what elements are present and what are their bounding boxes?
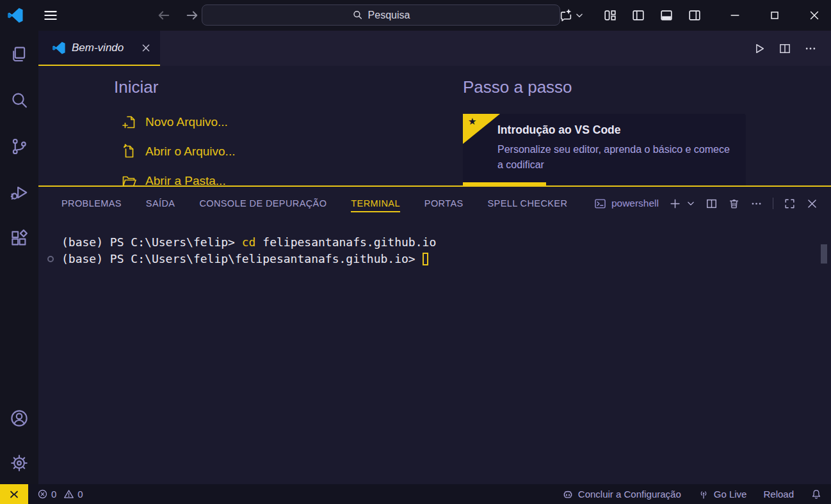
- problems-status[interactable]: 0 0: [37, 489, 83, 500]
- kill-terminal-icon[interactable]: [728, 198, 740, 210]
- customize-layout-icon: [603, 8, 617, 22]
- tab-problems[interactable]: PROBLEMAS: [61, 194, 122, 212]
- close-window-button[interactable]: [808, 9, 821, 22]
- panel-tabs: PROBLEMAS SAÍDA CONSOLE DE DEPURAÇÃO TER…: [61, 194, 567, 212]
- walkthrough-progress-bar: [463, 182, 546, 185]
- search-sidebar-icon[interactable]: [10, 91, 29, 110]
- open-file-link[interactable]: Abrir o Arquivo...: [114, 137, 235, 166]
- go-live-label: Go Live: [714, 489, 747, 500]
- search-icon: [352, 10, 363, 20]
- terminal-cursor: [423, 253, 428, 265]
- tab-debug-console[interactable]: CONSOLE DE DEPURAÇÃO: [199, 194, 327, 212]
- warning-icon: [63, 489, 74, 500]
- remote-indicator[interactable]: [0, 484, 28, 504]
- command-decoration-icon[interactable]: [47, 256, 54, 262]
- tab-close-icon[interactable]: [141, 43, 151, 53]
- source-control-icon[interactable]: [10, 137, 29, 156]
- copilot-robot-icon: [562, 489, 574, 500]
- shell-label: powershell: [611, 198, 659, 209]
- go-live-item[interactable]: Go Live: [698, 489, 747, 500]
- split-terminal-icon[interactable]: [706, 198, 718, 210]
- panel-actions: powershell: [594, 198, 818, 210]
- more-actions-icon[interactable]: [804, 42, 817, 55]
- finish-setup-item[interactable]: Concluir a Configuração: [562, 489, 681, 500]
- notifications-item[interactable]: [811, 489, 822, 500]
- walkthrough-card[interactable]: ★ Introdução ao VS Code Personalize seu …: [463, 114, 746, 185]
- settings-gear-icon[interactable]: [10, 453, 29, 473]
- new-file-link[interactable]: Novo Arquivo...: [114, 107, 235, 137]
- tab-output[interactable]: SAÍDA: [146, 194, 175, 212]
- vscode-window: Pesquisa: [0, 0, 831, 504]
- extensions-icon[interactable]: [10, 229, 29, 248]
- close-icon: [808, 9, 821, 22]
- maximize-icon: [768, 9, 781, 22]
- titlebar-left: [0, 0, 59, 31]
- accounts-icon[interactable]: [10, 409, 29, 428]
- toggle-panel-button[interactable]: [659, 8, 674, 22]
- open-file-icon: [122, 144, 137, 159]
- vscode-logo-icon: [8, 8, 23, 23]
- open-folder-link[interactable]: Abrir a Pasta...: [114, 166, 235, 185]
- main-column: Bem-vindo Iniciar Novo Arquivo...: [38, 31, 831, 484]
- panel-more-icon[interactable]: [750, 198, 762, 210]
- titlebar-right: [559, 0, 831, 31]
- panel-header: PROBLEMAS SAÍDA CONSOLE DE DEPURAÇÃO TER…: [38, 187, 831, 220]
- forward-arrow-icon[interactable]: [185, 8, 199, 22]
- remote-icon: [8, 489, 20, 500]
- open-file-label: Abrir o Arquivo...: [145, 145, 235, 159]
- start-list: Novo Arquivo... Abrir o Arquivo... Abrir…: [114, 107, 235, 185]
- terminal-scrollbar[interactable]: [821, 244, 827, 264]
- status-bar: 0 0 Concluir a Configuração Go Live Relo…: [0, 484, 831, 504]
- run-debug-icon[interactable]: [10, 183, 29, 202]
- start-heading: Iniciar: [114, 77, 235, 97]
- reload-label: Reload: [763, 489, 794, 500]
- error-count: 0: [51, 489, 56, 500]
- nav-arrows: [157, 0, 199, 31]
- walkthrough-card-body: Introdução ao VS Code Personalize seu ed…: [463, 114, 746, 173]
- walkthrough-card-title: Introdução ao VS Code: [497, 123, 733, 137]
- toggle-secondary-sidebar-button[interactable]: [688, 8, 702, 22]
- vscode-tab-icon: [52, 42, 65, 54]
- hamburger-menu-icon[interactable]: [42, 7, 59, 24]
- maximize-panel-icon[interactable]: [784, 198, 796, 210]
- minimize-icon: [729, 9, 741, 22]
- terminal-icon: [594, 198, 606, 210]
- new-file-icon: [122, 114, 137, 130]
- new-terminal-icon[interactable]: [669, 198, 681, 210]
- terminal-view[interactable]: (base) PS C:\Users\felip> cd felipesanta…: [38, 220, 831, 484]
- tab-ports[interactable]: PORTAS: [424, 194, 464, 212]
- open-folder-icon: [122, 173, 137, 185]
- explorer-icon[interactable]: [10, 45, 29, 64]
- shell-selector[interactable]: powershell: [594, 198, 659, 210]
- toggle-primary-sidebar-button[interactable]: [631, 8, 645, 22]
- maximize-button[interactable]: [768, 9, 781, 22]
- broadcast-icon: [698, 489, 709, 500]
- customize-layout-button[interactable]: [603, 8, 617, 22]
- start-section: Iniciar Novo Arquivo... Abrir o Arquivo.…: [114, 77, 235, 185]
- finish-setup-label: Concluir a Configuração: [578, 489, 681, 500]
- terminal-command: cd: [242, 235, 256, 249]
- sidebar-left-icon: [631, 8, 645, 22]
- copilot-button[interactable]: [559, 8, 584, 22]
- minimize-button[interactable]: [729, 9, 741, 22]
- tab-terminal[interactable]: TERMINAL: [351, 194, 400, 212]
- command-center-search[interactable]: Pesquisa: [202, 4, 560, 26]
- star-icon: ★: [468, 116, 476, 127]
- tab-welcome[interactable]: Bem-vindo: [38, 31, 160, 66]
- run-file-icon[interactable]: [753, 42, 766, 55]
- copilot-chat-icon: [559, 8, 573, 22]
- walkthrough-card-description: Personalize seu editor, aprenda o básico…: [497, 142, 733, 173]
- split-editor-icon[interactable]: [779, 42, 791, 55]
- tab-spell-checker[interactable]: SPELL CHECKER: [488, 194, 568, 212]
- bottom-panel: PROBLEMAS SAÍDA CONSOLE DE DEPURAÇÃO TER…: [38, 185, 831, 484]
- new-file-label: Novo Arquivo...: [145, 115, 228, 129]
- activity-bar: [0, 31, 38, 484]
- warning-count: 0: [77, 489, 83, 500]
- close-panel-icon[interactable]: [806, 198, 818, 210]
- walkthrough-section: Passo a passo: [463, 77, 572, 97]
- panel-separator: [773, 198, 773, 209]
- back-arrow-icon[interactable]: [157, 8, 171, 22]
- walkthrough-heading: Passo a passo: [463, 77, 572, 97]
- reload-item[interactable]: Reload: [763, 489, 794, 500]
- terminal-dropdown-icon[interactable]: [686, 199, 695, 208]
